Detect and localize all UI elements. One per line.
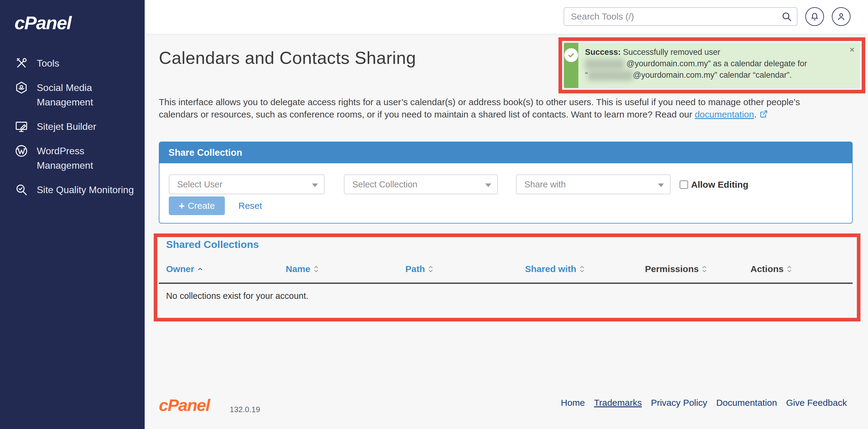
footer-link-documentation[interactable]: Documentation — [716, 398, 777, 408]
sort-icon — [701, 265, 707, 273]
column-header-owner[interactable]: Owner — [166, 264, 204, 274]
shared-collections-title: Shared Collections — [166, 239, 259, 250]
allow-editing-checkbox[interactable] — [680, 180, 688, 189]
external-link-icon[interactable] — [759, 109, 769, 122]
success-alert: × Success: Successfully removed user @yo… — [564, 43, 860, 88]
sidebar-item-label: WordPress Management — [37, 144, 135, 173]
column-label: Name — [286, 264, 310, 274]
footer-link-home[interactable]: Home — [561, 398, 585, 408]
create-button[interactable]: + Create — [169, 196, 225, 215]
chevron-down-icon — [485, 184, 491, 187]
search-box — [564, 7, 798, 26]
select-user-placeholder: Select User — [177, 179, 222, 190]
sidebar-item-tools[interactable]: Tools — [0, 56, 145, 70]
share-collection-panel: Share Collection Select User Select Coll… — [159, 141, 852, 224]
sidebar-item-sitejet[interactable]: Sitejet Builder — [0, 119, 145, 134]
column-label: Owner — [166, 264, 194, 274]
annotation-box-table — [154, 233, 861, 322]
sidebar-item-label: Site Quality Monitoring — [37, 183, 134, 197]
topbar — [145, 0, 868, 34]
sidebar-item-label: Tools — [37, 56, 59, 70]
redacted-username-1 — [585, 59, 624, 69]
share-collection-header: Share Collection — [159, 142, 852, 163]
footer-links: Home Trademarks Privacy Policy Documenta… — [561, 398, 847, 408]
footer-link-privacy-policy[interactable]: Privacy Policy — [651, 398, 707, 408]
column-label: Shared with — [525, 264, 576, 274]
user-icon — [836, 11, 846, 22]
select-collection-dropdown[interactable]: Select Collection — [344, 174, 498, 194]
sidebar-item-social-media[interactable]: Social Media Management — [0, 80, 145, 109]
column-header-name[interactable]: Name — [286, 264, 319, 274]
redacted-username-2 — [588, 70, 633, 81]
column-label: Permissions — [645, 264, 699, 274]
chevron-down-icon — [658, 184, 664, 187]
table-header-divider — [159, 283, 852, 284]
allow-editing-row: Allow Editing — [680, 179, 748, 190]
sort-icon — [786, 265, 792, 273]
column-header-shared-with[interactable]: Shared with — [525, 264, 585, 274]
sort-icon — [579, 265, 585, 273]
doc-link-suffix: . — [754, 109, 756, 119]
documentation-link[interactable]: documentation — [695, 109, 754, 119]
cpanel-app: cPanel Tools Social Media Management Sit… — [0, 0, 868, 429]
sort-asc-icon — [197, 266, 204, 272]
column-header-actions[interactable]: Actions — [750, 264, 792, 274]
footer-link-trademarks[interactable]: Trademarks — [594, 398, 642, 408]
column-header-path[interactable]: Path — [405, 264, 434, 274]
alert-text-3: @yourdomain.com.my” calendar “calendar”. — [633, 70, 792, 79]
alert-stripe — [564, 43, 578, 88]
alert-text-2: @yourdomain.com.my” as a calendar delega… — [627, 59, 807, 68]
select-user-dropdown[interactable]: Select User — [169, 174, 324, 194]
bell-icon — [809, 11, 820, 22]
plus-icon: + — [179, 201, 185, 210]
column-label: Actions — [750, 264, 784, 274]
alert-quote: “ — [585, 70, 588, 79]
alert-text-1: Successfully removed user — [621, 47, 720, 57]
page-description: This interface allows you to delegate ac… — [159, 96, 835, 122]
footer-link-give-feedback[interactable]: Give Feedback — [786, 398, 847, 408]
tools-icon — [14, 56, 28, 70]
allow-editing-label: Allow Editing — [691, 179, 748, 190]
success-check-icon — [564, 48, 578, 62]
sidebar-item-wordpress[interactable]: WordPress Management — [0, 144, 145, 173]
page-title: Calendars and Contacts Sharing — [159, 47, 416, 68]
sidebar-item-label: Social Media Management — [37, 80, 135, 109]
cpanel-logo: cPanel — [14, 12, 71, 33]
reset-link[interactable]: Reset — [239, 196, 262, 215]
footer-cpanel-logo: cPanel — [159, 395, 210, 415]
select-collection-placeholder: Select Collection — [352, 179, 417, 190]
share-with-dropdown[interactable]: Share with — [516, 174, 671, 194]
create-button-label: Create — [188, 201, 215, 211]
footer-version: 132.0.19 — [230, 405, 260, 414]
alert-message: × Success: Successfully removed user @yo… — [578, 43, 860, 88]
column-label: Path — [405, 264, 425, 274]
sidebar-nav: Tools Social Media Management Sitejet Bu… — [0, 56, 145, 197]
notifications-button[interactable] — [805, 7, 824, 26]
sidebar-item-site-quality[interactable]: Site Quality Monitoring — [0, 183, 145, 197]
chevron-down-icon — [312, 184, 318, 187]
sort-icon — [313, 265, 319, 273]
column-header-permissions[interactable]: Permissions — [645, 264, 707, 274]
sort-icon — [428, 265, 434, 273]
alert-title: Success: — [585, 47, 621, 57]
social-media-icon — [14, 81, 28, 95]
sitejet-builder-icon — [14, 120, 28, 133]
close-icon[interactable]: × — [849, 45, 855, 54]
site-quality-icon — [14, 183, 28, 197]
account-button[interactable] — [832, 7, 850, 26]
empty-table-message: No collections exist for your account. — [166, 291, 308, 301]
search-input[interactable] — [564, 7, 798, 26]
wordpress-icon — [14, 144, 28, 158]
sidebar: cPanel Tools Social Media Management Sit… — [0, 0, 145, 429]
sidebar-item-label: Sitejet Builder — [37, 119, 96, 134]
share-with-placeholder: Share with — [524, 179, 566, 190]
search-icon[interactable] — [781, 11, 792, 22]
